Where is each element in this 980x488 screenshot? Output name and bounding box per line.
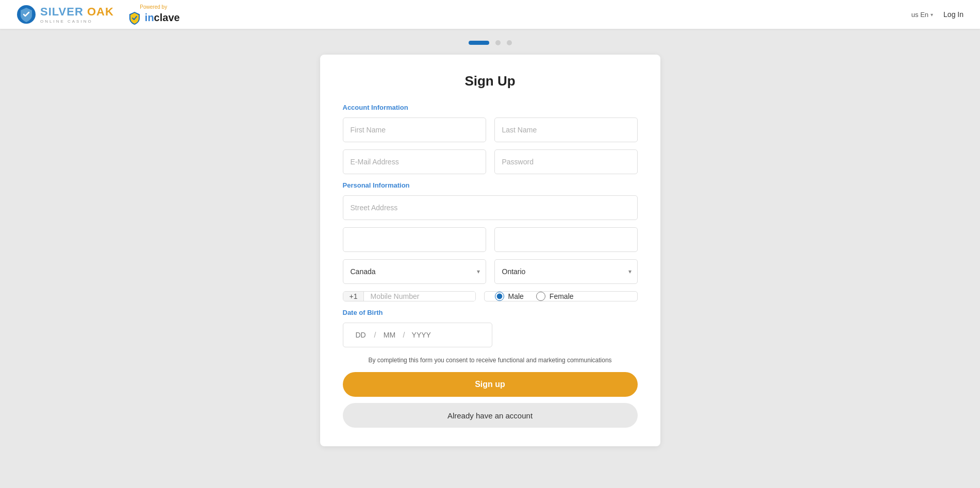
login-link[interactable]: Log In	[943, 10, 964, 19]
first-name-field	[343, 117, 486, 142]
step-1-indicator	[469, 41, 489, 45]
logo-silver-text: silver	[40, 5, 84, 18]
name-row	[343, 117, 638, 142]
gender-male-label[interactable]: Male	[495, 292, 524, 301]
gender-wrapper: Male Female	[484, 291, 638, 301]
powered-by-text: Powered by	[140, 4, 167, 10]
account-section-label: Account Information	[343, 104, 638, 111]
last-name-input[interactable]	[494, 117, 638, 142]
postal-field: M6G	[494, 227, 638, 252]
city-input[interactable]: Toronto	[343, 227, 486, 252]
gender-female-radio[interactable]	[536, 292, 545, 301]
lang-chevron-icon: ▾	[931, 12, 933, 18]
gender-male-text: Male	[508, 292, 524, 300]
header-right: us En ▾ Log In	[911, 10, 964, 19]
step-3-indicator	[507, 40, 512, 45]
city-field: Toronto	[343, 227, 486, 252]
province-select[interactable]: Ontario British Columbia Quebec Alberta	[494, 259, 638, 284]
gender-male-radio[interactable]	[495, 292, 504, 301]
logo-subtitle: ONLINE CASINO	[40, 19, 114, 24]
silver-oak-shield-icon	[16, 5, 36, 24]
phone-wrapper: +1	[343, 291, 476, 301]
step-2-indicator	[495, 40, 501, 45]
dob-year-input[interactable]	[409, 331, 434, 339]
signup-button[interactable]: Sign up	[343, 372, 638, 397]
street-row	[343, 195, 638, 220]
country-select-wrapper: Canada United States United Kingdom ▾	[343, 259, 486, 284]
dob-separator-1: /	[374, 331, 376, 339]
email-password-row	[343, 149, 638, 174]
gender-female-text: Female	[550, 292, 574, 300]
email-input[interactable]	[343, 149, 486, 174]
consent-text: By completing this form you consent to r…	[343, 357, 638, 364]
inclave-in: in	[145, 12, 154, 23]
first-name-input[interactable]	[343, 117, 486, 142]
province-select-wrapper: Ontario British Columbia Quebec Alberta …	[494, 259, 638, 284]
phone-prefix: +1	[343, 292, 364, 301]
lang-text: us En	[911, 11, 928, 19]
last-name-field	[494, 117, 638, 142]
personal-section-label: Personal Information	[343, 181, 638, 189]
step-indicators	[0, 29, 980, 55]
dob-separator-2: /	[403, 331, 405, 339]
silver-oak-logo: silver oak ONLINE CASINO	[16, 5, 114, 24]
postal-input[interactable]: M6G	[494, 227, 638, 252]
gender-female-label[interactable]: Female	[536, 292, 574, 301]
language-selector[interactable]: us En ▾	[911, 11, 933, 19]
password-input[interactable]	[494, 149, 638, 174]
email-field	[343, 149, 486, 174]
phone-input[interactable]	[364, 292, 475, 301]
dob-section: Date of Birth / /	[343, 309, 638, 347]
dob-day-input[interactable]	[352, 331, 370, 339]
site-header: silver oak ONLINE CASINO Powered by incl…	[0, 0, 980, 29]
inclave-name: inclave	[145, 12, 180, 24]
phone-gender-row: +1 Male Female	[343, 291, 638, 301]
country-province-row: Canada United States United Kingdom ▾ On…	[343, 259, 638, 284]
powered-by-section: Powered by inclave	[127, 4, 180, 25]
form-title: Sign Up	[343, 73, 638, 89]
dob-section-label: Date of Birth	[343, 309, 638, 316]
street-field	[343, 195, 638, 220]
signup-form-card: Sign Up Account Information Personal Inf…	[320, 55, 660, 446]
header-logo-area: silver oak ONLINE CASINO Powered by incl…	[16, 4, 180, 25]
dob-wrapper: / /	[343, 323, 492, 347]
street-input[interactable]	[343, 195, 638, 220]
country-select[interactable]: Canada United States United Kingdom	[343, 259, 486, 284]
city-postal-row: Toronto M6G	[343, 227, 638, 252]
dob-month-input[interactable]	[380, 331, 398, 339]
logo-oak-text: oak	[84, 5, 114, 18]
inclave-logo: inclave	[127, 11, 180, 25]
already-have-account-button[interactable]: Already have an account	[343, 403, 638, 428]
inclave-shield-icon	[127, 11, 142, 25]
password-field	[494, 149, 638, 174]
